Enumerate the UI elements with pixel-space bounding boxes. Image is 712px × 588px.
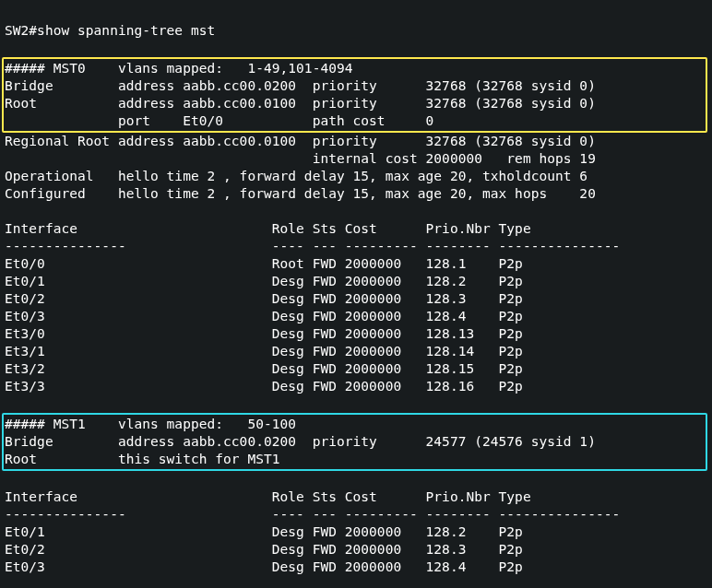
mst0-row: Et0/2 Desg FWD 2000000 128.3 P2p: [5, 291, 523, 306]
mst0-operational: Operational hello time 2 , forward delay…: [5, 169, 587, 183]
mst0-row: Et3/3 Desg FWD 2000000 128.16 P2p: [5, 379, 523, 394]
mst1-root: Root this switch for MST1: [5, 452, 280, 466]
mst0-row: Et0/0 Root FWD 2000000 128.1 P2p: [5, 256, 523, 271]
mst0-root: Root address aabb.cc00.0100 priority 327…: [5, 96, 596, 111]
mst0-port: port Et0/0 path cost 0: [5, 113, 433, 128]
mst1-row: Et0/3 Desg FWD 2000000 128.4 P2p: [5, 559, 523, 574]
mst0-row: Et3/1 Desg FWD 2000000 128.14 P2p: [5, 344, 523, 359]
terminal-output: SW2#show spanning-tree mst ##### MST0 vl…: [0, 0, 712, 588]
mst0-bridge: Bridge address aabb.cc00.0200 priority 3…: [5, 78, 596, 93]
interface-header: Interface Role Sts Cost Prio.Nbr Type: [5, 489, 531, 504]
mst1-header: ##### MST1 vlans mapped: 50-100: [5, 417, 296, 431]
mst0-header: ##### MST0 vlans mapped: 1-49,101-4094: [5, 61, 353, 76]
mst1-row: Et0/1 Desg FWD 2000000 128.2 P2p: [5, 524, 523, 539]
mst0-internal: internal cost 2000000 rem hops 19: [5, 151, 596, 166]
mst0-regroot: Regional Root address aabb.cc00.0100 pri…: [5, 134, 596, 148]
mst0-highlight-box: ##### MST0 vlans mapped: 1-49,101-4094 B…: [2, 57, 707, 133]
mst1-highlight-box: ##### MST1 vlans mapped: 50-100 Bridge a…: [2, 413, 707, 471]
interface-header: Interface Role Sts Cost Prio.Nbr Type: [5, 221, 531, 236]
mst0-configured: Configured hello time 2 , forward delay …: [5, 186, 596, 201]
mst0-row: Et0/3 Desg FWD 2000000 128.4 P2p: [5, 309, 523, 323]
mst1-bridge: Bridge address aabb.cc00.0200 priority 2…: [5, 434, 596, 449]
command-line: SW2#show spanning-tree mst: [5, 23, 215, 38]
mst1-row: Et0/2 Desg FWD 2000000 128.3 P2p: [5, 542, 523, 557]
interface-separator: --------------- ---- --- --------- -----…: [5, 507, 620, 522]
mst0-row: Et3/0 Desg FWD 2000000 128.13 P2p: [5, 326, 523, 341]
interface-separator: --------------- ---- --- --------- -----…: [5, 239, 620, 253]
mst0-row: Et0/1 Desg FWD 2000000 128.2 P2p: [5, 274, 523, 288]
mst0-row: Et3/2 Desg FWD 2000000 128.15 P2p: [5, 361, 523, 376]
